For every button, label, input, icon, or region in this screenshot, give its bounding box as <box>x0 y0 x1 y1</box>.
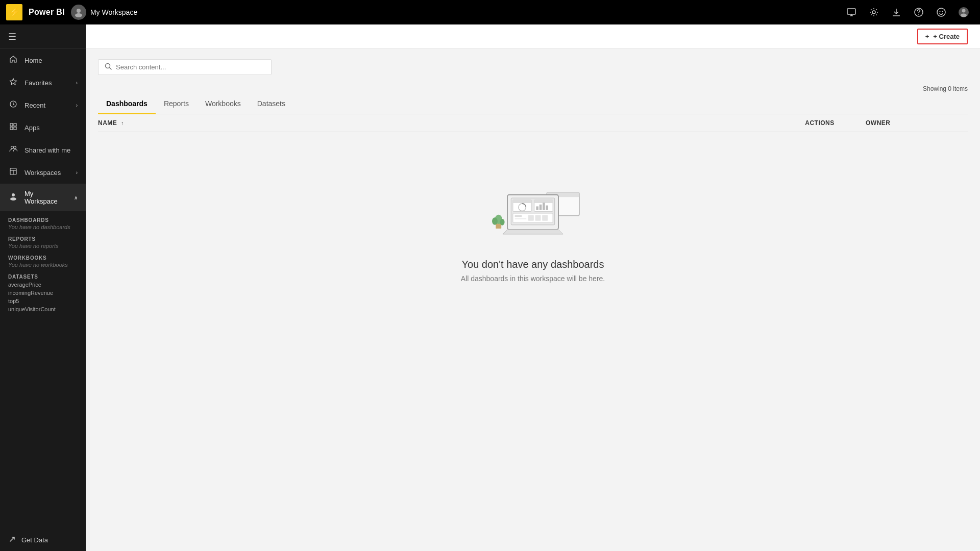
svg-point-8 <box>918 14 919 15</box>
empty-title: You don't have any dashboards <box>462 259 604 270</box>
svg-rect-43 <box>543 203 545 210</box>
svg-rect-18 <box>14 123 16 126</box>
help-icon-btn[interactable] <box>909 2 929 22</box>
user-icon-btn[interactable] <box>953 2 974 22</box>
tab-workbooks[interactable]: Workbooks <box>197 94 249 114</box>
ws-dataset-averageprice[interactable]: averagePrice <box>8 281 78 289</box>
col-owner-header: OWNER <box>866 119 968 127</box>
tab-reports[interactable]: Reports <box>156 94 197 114</box>
svg-point-10 <box>940 11 941 12</box>
page-header: + + Create <box>86 24 980 49</box>
sidebar-item-shared[interactable]: Shared with me <box>0 139 86 161</box>
ws-dashboards-title: DASHBOARDS <box>8 217 78 223</box>
search-bar[interactable] <box>98 59 272 75</box>
topbar-user[interactable]: My Workspace <box>71 5 137 20</box>
ws-section-workbooks: WORKBOOKS You have no workbooks <box>0 252 86 271</box>
svg-point-26 <box>12 193 15 196</box>
svg-point-0 <box>77 9 81 13</box>
ws-reports-subtitle: You have no reports <box>8 243 78 249</box>
sidebar: ☰ Home Favorites › Recent › <box>0 24 86 551</box>
svg-rect-44 <box>546 206 548 210</box>
sidebar-item-workspaces[interactable]: Workspaces › <box>0 161 86 184</box>
svg-point-5 <box>872 11 875 14</box>
svg-point-22 <box>14 146 16 149</box>
tabs-container: Dashboards Reports Workbooks Datasets <box>98 94 968 114</box>
apps-icon <box>8 122 18 133</box>
recent-icon <box>8 100 18 110</box>
empty-state: You don't have any dashboards All dashbo… <box>98 132 968 303</box>
svg-rect-48 <box>528 215 534 221</box>
svg-point-21 <box>11 146 14 149</box>
sidebar-item-favorites[interactable]: Favorites › <box>0 71 86 94</box>
settings-icon-btn[interactable] <box>864 2 884 22</box>
monitor-icon-btn[interactable] <box>841 2 862 22</box>
svg-point-9 <box>937 8 945 16</box>
svg-rect-47 <box>515 218 527 219</box>
svg-rect-42 <box>540 205 542 210</box>
ws-dashboards-subtitle: You have no dashboards <box>8 224 78 230</box>
svg-rect-49 <box>535 215 541 221</box>
ws-dataset-top5[interactable]: top5 <box>8 297 78 305</box>
sidebar-item-myworkspace[interactable]: My Workspace ∧ <box>0 184 86 211</box>
create-label: + Create <box>933 33 960 40</box>
svg-point-13 <box>962 9 966 13</box>
svg-point-1 <box>75 13 82 17</box>
sidebar-item-label-apps: Apps <box>24 124 78 132</box>
sidebar-toggle[interactable]: ☰ <box>0 24 86 49</box>
topbar: ⚡ Power BI My Workspace <box>0 0 980 24</box>
topbar-user-name: My Workspace <box>90 8 137 16</box>
ws-reports-title: REPORTS <box>8 236 78 242</box>
svg-rect-50 <box>542 215 548 221</box>
empty-subtitle: All dashboards in this workspace will be… <box>461 274 605 283</box>
svg-rect-2 <box>847 9 855 14</box>
create-button[interactable]: + + Create <box>917 29 968 44</box>
workspace-sub-sections: DASHBOARDS You have no dashboards REPORT… <box>0 211 86 319</box>
ws-dataset-uniquevisitorcount[interactable]: uniqueVisitorCount <box>8 305 78 313</box>
table-header: NAME ↑ ACTIONS OWNER <box>98 114 968 132</box>
sidebar-item-label-myworkspace: My Workspace <box>24 190 68 205</box>
svg-rect-46 <box>515 215 522 217</box>
svg-point-27 <box>10 197 16 201</box>
ws-datasets-title: DATASETS <box>8 274 78 280</box>
smiley-icon-btn[interactable] <box>931 2 951 22</box>
chevron-right-icon-recent: › <box>76 103 78 108</box>
sidebar-item-label-shared: Shared with me <box>24 146 78 154</box>
favorites-icon <box>8 78 18 88</box>
search-input[interactable] <box>116 63 265 71</box>
svg-marker-15 <box>10 79 17 85</box>
workspaces-icon <box>8 167 18 178</box>
sidebar-item-label-favorites: Favorites <box>24 79 70 87</box>
shared-icon <box>8 145 18 155</box>
download-icon-btn[interactable] <box>886 2 906 22</box>
get-data-button[interactable]: Get Data <box>0 529 86 551</box>
search-icon <box>105 63 112 71</box>
chevron-right-icon-workspaces: › <box>76 170 78 176</box>
hamburger-icon: ☰ <box>8 31 16 42</box>
main-content: + + Create Showing 0 items Dashboards Re… <box>86 24 980 551</box>
get-data-label: Get Data <box>21 536 48 544</box>
chevron-down-icon: ∧ <box>74 195 78 201</box>
svg-rect-41 <box>536 206 538 210</box>
create-icon: + <box>925 33 929 40</box>
ws-dataset-incomingrevenue[interactable]: incomingRevenue <box>8 289 78 297</box>
tab-dashboards[interactable]: Dashboards <box>98 94 156 114</box>
myworkspace-icon <box>8 192 18 203</box>
tab-datasets[interactable]: Datasets <box>249 94 293 114</box>
svg-point-53 <box>492 217 498 225</box>
ws-section-datasets: DATASETS averagePrice incomingRevenue to… <box>0 271 86 316</box>
svg-rect-20 <box>14 127 16 130</box>
svg-rect-19 <box>10 127 13 130</box>
svg-point-11 <box>942 11 943 12</box>
sidebar-item-label-workspaces: Workspaces <box>24 169 70 177</box>
col-actions-header: ACTIONS <box>774 119 866 127</box>
svg-rect-37 <box>513 200 531 203</box>
topbar-right <box>841 2 974 22</box>
topbar-left: ⚡ Power BI My Workspace <box>6 4 137 20</box>
sidebar-item-home[interactable]: Home <box>0 49 86 71</box>
sidebar-item-recent[interactable]: Recent › <box>0 94 86 116</box>
ws-section-dashboards: DASHBOARDS You have no dashboards <box>0 214 86 233</box>
col-name-header: NAME ↑ <box>98 119 774 127</box>
sidebar-item-apps[interactable]: Apps <box>0 116 86 139</box>
ws-workbooks-subtitle: You have no workbooks <box>8 262 78 268</box>
svg-point-14 <box>961 14 967 17</box>
